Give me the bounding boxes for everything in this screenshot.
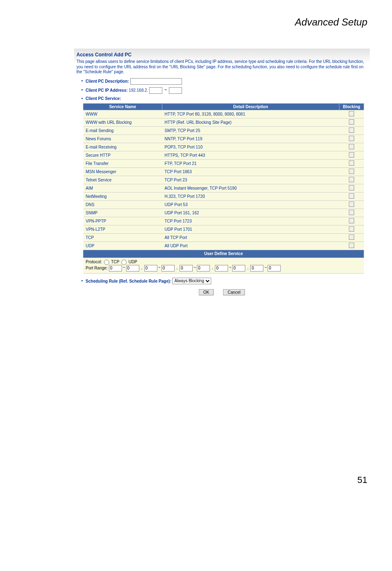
tilde-label: ~ <box>164 88 168 92</box>
table-row: E-mail ReceivingPOP3, TCP Port 110 <box>83 143 364 151</box>
tilde-label: ~ <box>157 265 161 270</box>
blocking-cell <box>339 151 364 159</box>
blocking-checkbox[interactable] <box>349 193 354 199</box>
blocking-cell <box>339 184 364 192</box>
port-range-start[interactable] <box>215 265 228 272</box>
blocking-checkbox[interactable] <box>349 210 354 215</box>
protocol-tcp-label: TCP <box>111 260 119 264</box>
port-range-end[interactable] <box>126 265 139 272</box>
service-name-cell: VPN-PPTP <box>83 217 162 225</box>
table-row: E-mail SendingSMTP, TCP Port 25 <box>83 126 364 135</box>
blocking-checkbox[interactable] <box>349 160 354 166</box>
bullet-icon: • <box>81 96 85 101</box>
scheduling-select[interactable]: Always Blocking <box>172 278 211 284</box>
table-row: File TransferFTP, TCP Port 21 <box>83 159 364 167</box>
comma-label: , <box>245 265 250 270</box>
ok-button[interactable]: OK <box>199 289 214 295</box>
blocking-cell <box>339 110 364 118</box>
tilde-label: ~ <box>263 265 267 270</box>
blocking-checkbox[interactable] <box>349 169 354 174</box>
table-row: VPN-PPTPTCP Port 1723 <box>83 217 364 225</box>
blocking-checkbox[interactable] <box>349 128 354 133</box>
section-heading: Access Control Add PC <box>74 50 370 58</box>
service-desc-cell: UDP Port 1701 <box>162 225 339 233</box>
blocking-cell <box>339 135 364 143</box>
blocking-checkbox[interactable] <box>349 226 354 232</box>
service-desc-cell: NNTP, TCP Port 119 <box>162 135 339 143</box>
port-range-end[interactable] <box>267 265 281 272</box>
client-pc-ip-start[interactable] <box>149 87 162 94</box>
port-range-end[interactable] <box>232 265 245 272</box>
cancel-button[interactable]: Cancel <box>223 289 245 295</box>
service-name-cell: File Transfer <box>83 159 162 167</box>
protocol-udp-label: UDP <box>129 260 137 264</box>
tilde-label: ~ <box>193 265 197 270</box>
service-desc-cell: UDP Port 53 <box>162 200 339 209</box>
client-pc-description-input[interactable] <box>130 78 182 85</box>
service-name-cell: News Forums <box>83 135 162 143</box>
service-name-cell: WWW with URL Blocking <box>83 118 162 126</box>
blocking-checkbox[interactable] <box>349 152 354 158</box>
client-pc-ip-line: • Client PC IP Address: 192.168.2. ~ <box>74 86 370 95</box>
port-range-start[interactable] <box>180 265 193 272</box>
port-range-start[interactable] <box>250 265 263 272</box>
table-row: DNSUDP Port 53 <box>83 200 364 209</box>
table-row: WWW with URL BlockingHTTP (Ref. URL Bloc… <box>83 118 364 126</box>
page-number: 51 <box>0 475 367 485</box>
blocking-cell <box>339 159 364 167</box>
blocking-checkbox[interactable] <box>349 136 354 141</box>
comma-label: , <box>175 265 180 270</box>
table-row: AIMAOL Instant Messenger, TCP Port 5190 <box>83 184 364 192</box>
blocking-checkbox[interactable] <box>349 202 354 207</box>
blocking-cell <box>339 233 364 241</box>
service-table: Service Name Detail Description Blocking… <box>83 103 364 274</box>
user-define-service-header: User Define Service <box>83 250 364 258</box>
blocking-checkbox[interactable] <box>349 218 354 223</box>
service-name-cell: E-mail Sending <box>83 126 162 135</box>
client-pc-ip-prefix: 192.168.2. <box>129 88 148 92</box>
button-row: OK Cancel <box>74 286 370 295</box>
port-range-end[interactable] <box>161 265 175 272</box>
blocking-cell <box>339 176 364 184</box>
table-row: NetMeetingH.323, TCP Port 1720 <box>83 192 364 200</box>
blocking-cell <box>339 225 364 233</box>
service-desc-cell: AOL Instant Messenger, TCP Port 5190 <box>162 184 339 192</box>
blocking-checkbox[interactable] <box>349 111 354 116</box>
service-name-cell: VPN-L2TP <box>83 225 162 233</box>
service-name-cell: TCP <box>83 233 162 241</box>
table-row: TCPAll TCP Port <box>83 233 364 241</box>
protocol-tcp-radio[interactable] <box>104 260 109 265</box>
service-desc-cell: TCP Port 23 <box>162 176 339 184</box>
blocking-checkbox[interactable] <box>349 234 354 240</box>
port-range-end[interactable] <box>197 265 210 272</box>
blocking-checkbox[interactable] <box>349 185 354 190</box>
service-name-cell: NetMeeting <box>83 192 162 200</box>
blocking-cell <box>339 143 364 151</box>
blocking-checkbox[interactable] <box>349 177 354 182</box>
bullet-icon: • <box>81 279 85 283</box>
client-pc-ip-end[interactable] <box>169 87 182 94</box>
blocking-cell <box>339 167 364 176</box>
comma-label: , <box>210 265 215 270</box>
service-desc-cell: FTP, TCP Port 21 <box>162 159 339 167</box>
blocking-checkbox[interactable] <box>349 243 354 248</box>
tilde-label: ~ <box>228 265 232 270</box>
service-desc-cell: All UDP Port <box>162 241 339 250</box>
port-range-start[interactable] <box>144 265 157 272</box>
table-row: VPN-L2TPUDP Port 1701 <box>83 225 364 233</box>
table-row: News ForumsNNTP, TCP Port 119 <box>83 135 364 143</box>
table-row: Secure HTTPHTTPS, TCP Port 443 <box>83 151 364 159</box>
tilde-label: ~ <box>122 265 126 270</box>
scheduling-line: • Scheduling Rule (Ref. Schedule Rule Pa… <box>74 274 370 286</box>
blocking-checkbox[interactable] <box>349 144 354 149</box>
service-name-cell: UDP <box>83 241 162 250</box>
col-service-name: Service Name <box>83 103 162 110</box>
service-desc-cell: All TCP Port <box>162 233 339 241</box>
client-pc-description-label: Client PC Description: <box>85 79 129 83</box>
help-text: This page allows users to define service… <box>74 58 370 77</box>
blocking-checkbox[interactable] <box>349 119 354 125</box>
protocol-udp-radio[interactable] <box>121 260 127 265</box>
blocking-cell <box>339 209 364 217</box>
service-name-cell: DNS <box>83 200 162 209</box>
port-range-start[interactable] <box>109 265 122 272</box>
